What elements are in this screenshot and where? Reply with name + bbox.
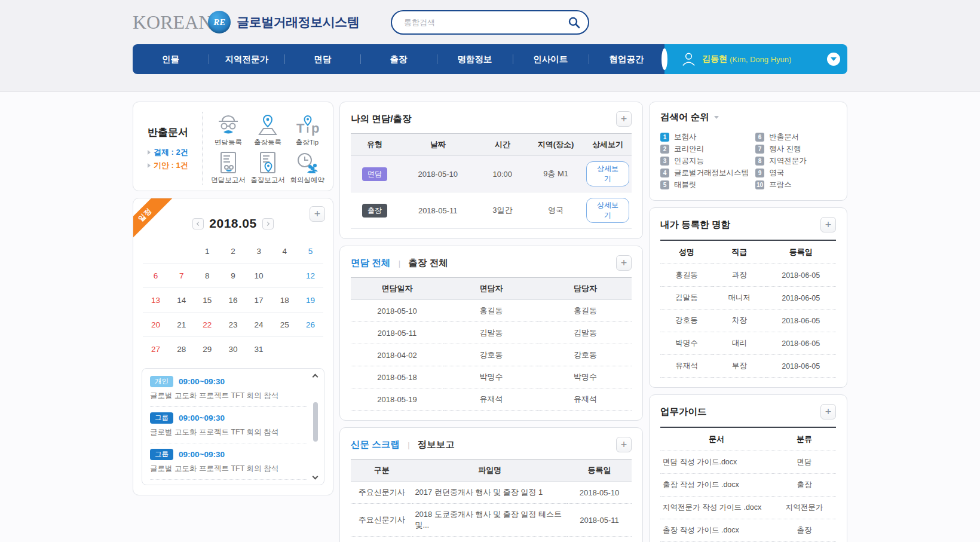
rank-item[interactable]: 6반출문서 [755, 131, 836, 143]
calendar-day[interactable]: 2 [220, 239, 246, 263]
global-search-box[interactable] [391, 10, 589, 35]
calendar-day[interactable]: 1 [194, 239, 220, 263]
calendar-day[interactable]: 30 [220, 337, 246, 361]
rank-item[interactable]: 4글로벌거래정보시스템 [660, 167, 755, 179]
quick-menu-trip-tip[interactable]: T p 출장Tip [287, 112, 327, 147]
table-row[interactable]: 강호동 차장 2018-06-05 [660, 310, 836, 332]
rank-item[interactable]: 1보험사 [660, 131, 755, 143]
calendar-day[interactable]: 17 [246, 288, 272, 312]
table-row[interactable]: 면담 작성 가이드.docx 면담 [660, 451, 836, 474]
table-row[interactable]: 박명수 대리 2018-06-05 [660, 332, 836, 355]
rank-item[interactable]: 2코리안리 [660, 143, 755, 155]
calendar-next-button[interactable] [262, 218, 274, 229]
rank-item[interactable]: 10프랑스 [755, 179, 836, 191]
scroll-up-icon[interactable] [313, 374, 318, 380]
calendar-day[interactable]: 6 [143, 264, 169, 287]
table-row[interactable]: 2018-05-10 홍길동 홍길동 [351, 300, 632, 322]
table-row[interactable]: 2018-05-18 박명수 박명수 [351, 366, 632, 388]
add-card-button[interactable]: + [820, 217, 836, 232]
quick-menu-meeting-room[interactable]: 회의실예약 [287, 149, 327, 185]
calendar-day[interactable]: 24 [246, 313, 272, 336]
schedule-scrollbar[interactable] [311, 373, 320, 480]
export-draft-link[interactable]: 기안 : 1건 [148, 160, 202, 171]
nav-item-insight[interactable]: 인사이트 [513, 44, 589, 74]
rank-item[interactable]: 5태블릿 [660, 179, 755, 191]
calendar-day[interactable]: 8 [194, 264, 220, 287]
detail-view-button[interactable]: 상세보기 [586, 198, 629, 223]
rank-item[interactable]: 3인공지능 [660, 155, 755, 167]
add-guide-button[interactable]: + [820, 404, 836, 419]
quick-menu-trip-register[interactable]: 출장등록 [248, 112, 287, 147]
quick-menu-trip-report[interactable]: 출장보고서 [248, 149, 287, 185]
calendar-day[interactable]: 13 [143, 288, 169, 312]
table-row[interactable]: 출장 작성 가이드 .docx 출장 [660, 519, 836, 542]
korean-re-logo[interactable]: KOREAN RE 글로벌거래정보시스템 [133, 11, 359, 33]
calendar-day[interactable]: 27 [143, 337, 169, 361]
tab-info-report[interactable]: 정보보고 [418, 439, 455, 449]
calendar-day[interactable]: 25 [272, 313, 298, 336]
calendar-day[interactable]: 19 [298, 288, 323, 312]
table-row[interactable]: 주요신문기사 2018 도쿄중개사 행사 및 출장 일정 테스트 및... 20… [351, 504, 632, 537]
calendar-day[interactable]: 31 [246, 337, 272, 361]
calendar-day[interactable]: 26 [298, 313, 323, 336]
nav-item-collaboration[interactable]: 협업공간 [589, 44, 664, 74]
calendar-day[interactable]: 12 [298, 264, 323, 287]
calendar-day[interactable]: 21 [169, 313, 194, 336]
nav-item-business-card[interactable]: 명함정보 [437, 44, 513, 74]
scroll-down-icon[interactable] [313, 474, 318, 480]
table-row[interactable]: 출장 작성 가이드 .docx 출장 [660, 474, 836, 497]
schedule-item[interactable]: 개인 09:00~09:30 글로벌 고도화 프로젝트 TFT 회의 참석 [150, 480, 307, 485]
rank-item[interactable]: 7행사 진행 [755, 143, 836, 155]
nav-item-people[interactable]: 인물 [133, 44, 209, 74]
calendar-day[interactable]: 7 [169, 264, 194, 287]
calendar-day[interactable]: 18 [272, 288, 298, 312]
tab-news-scrap[interactable]: 신문 스크랩 [351, 439, 400, 449]
calendar-day[interactable]: 20 [143, 313, 169, 336]
table-row[interactable]: 홍길동 과장 2018-06-05 [660, 264, 836, 287]
calendar-day[interactable]: 4 [272, 239, 298, 263]
nav-item-meeting[interactable]: 면담 [284, 44, 360, 74]
table-row[interactable]: 2018-04-02 강호동 강호동 [351, 344, 632, 366]
table-row[interactable]: 주요신문기사 2017 런던중개사 행사 및 출장 일정 1 2018-05-1… [351, 482, 632, 504]
calendar-prev-button[interactable] [192, 218, 204, 229]
calendar-day[interactable]: 14 [169, 288, 194, 312]
rank-item[interactable]: 8지역전문가 [755, 155, 836, 167]
table-row[interactable]: 2018-05-11 김말동 김말동 [351, 322, 632, 344]
table-row[interactable]: 2018-05-19 유재석 유재석 [351, 388, 632, 411]
table-row[interactable]: 유재석 부장 2018-06-05 [660, 355, 836, 378]
add-news-button[interactable]: + [616, 437, 632, 452]
search-icon[interactable] [568, 16, 580, 29]
add-meeting-button[interactable]: + [616, 255, 632, 271]
calendar-day[interactable]: 9 [220, 264, 246, 287]
add-schedule-button[interactable]: + [310, 206, 325, 222]
search-input[interactable] [403, 17, 568, 27]
calendar-day[interactable]: 22 [194, 313, 220, 336]
quick-menu-meeting-register[interactable]: 면담등록 [209, 112, 248, 147]
scrollbar-thumb[interactable] [313, 402, 318, 442]
nav-item-regional-expert[interactable]: 지역전문가 [209, 44, 284, 74]
table-row[interactable]: 주요신문기사 지역전문가 작성 가이드 .docx 2018-05-11 [351, 537, 632, 542]
user-dropdown-button[interactable] [827, 53, 840, 66]
calendar-day[interactable]: 10 [246, 264, 272, 287]
tab-trips-all[interactable]: 출장 전체 [408, 258, 448, 268]
schedule-item[interactable]: 그룹 09:00~09:30 글로벌 고도화 프로젝트 TFT 회의 참석 [150, 443, 307, 480]
calendar-day-selected[interactable]: 11 [272, 264, 298, 287]
user-menu[interactable]: 김동현 (Kim, Dong Hyun) [664, 44, 847, 74]
schedule-item[interactable]: 그룹 09:00~09:30 글로벌 고도화 프로젝트 TFT 회의 참석 [150, 407, 307, 443]
calendar-day[interactable]: 23 [220, 313, 246, 336]
nav-item-trip[interactable]: 출장 [360, 44, 436, 74]
calendar-day[interactable]: 15 [194, 288, 220, 312]
add-my-schedule-button[interactable]: + [616, 111, 632, 127]
schedule-item[interactable]: 개인 09:00~09:30 글로벌 고도화 프로젝트 TFT 회의 참석 [150, 370, 307, 407]
chevron-down-icon[interactable] [714, 116, 719, 119]
calendar-day[interactable]: 3 [246, 239, 272, 263]
calendar-day[interactable]: 16 [220, 288, 246, 312]
rank-item[interactable]: 9영국 [755, 167, 836, 179]
table-row[interactable]: 지역전문가 작성 가이드 .docx 지역전문가 [660, 497, 836, 519]
export-approval-link[interactable]: 결제 : 2건 [148, 147, 202, 158]
tab-meetings-all[interactable]: 면담 전체 [351, 258, 390, 268]
calendar-day[interactable]: 28 [169, 337, 194, 361]
quick-menu-meeting-report[interactable]: 면담보고서 [209, 149, 248, 185]
calendar-day[interactable]: 5 [298, 239, 323, 263]
calendar-day[interactable]: 29 [194, 337, 220, 361]
